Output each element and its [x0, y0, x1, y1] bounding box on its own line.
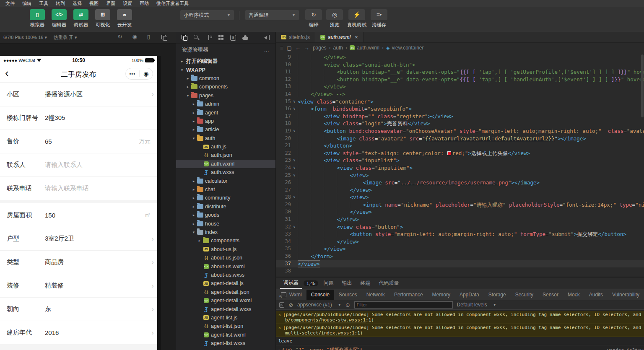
tree-item-article[interactable]: ▸article	[176, 125, 275, 134]
tree-item-calculator[interactable]: ▸calculator	[176, 176, 275, 185]
云开发-toggle-button[interactable]: ∞云开发	[116, 9, 133, 28]
tree-item-house[interactable]: ▸house	[176, 219, 275, 228]
clear-console-icon[interactable]: ⊘	[288, 302, 293, 308]
debug-tab-1,45[interactable]: 1,45	[304, 280, 318, 286]
fold-icon[interactable]: ∨	[291, 127, 298, 135]
form-row-朝向[interactable]: 朝向东›	[0, 297, 157, 321]
tab-siteinfo.js[interactable]: JSsiteinfo.js	[276, 32, 315, 42]
tree-item-about-us.wxml[interactable]: <>about-us.wxml	[176, 262, 275, 270]
tree-item-agent-detail.json[interactable]: {..}agent-detail.json	[176, 288, 275, 296]
windows-icon[interactable]	[160, 34, 169, 42]
hot-reload-toggle[interactable]: 热重载 开 ▾	[50, 34, 80, 41]
预览-button[interactable]: ◎预览	[326, 9, 343, 28]
tree-item-app[interactable]: ▸app	[176, 117, 275, 125]
context-select[interactable]: appservice (#1) ▼	[297, 302, 341, 308]
form-row-建房年代[interactable]: 建房年代2016›	[0, 321, 157, 344]
devtools-tab-Sources[interactable]: Sources	[334, 290, 362, 300]
source-file-link[interactable]: vendor.js?t=w	[607, 347, 643, 350]
tree-item-auth.json[interactable]: {..}auth.json	[176, 151, 275, 159]
form-row-类型[interactable]: 类型商品房›	[0, 250, 157, 274]
back-arrow-icon[interactable]: ←	[295, 45, 301, 51]
expand-icon[interactable]: ▸	[278, 348, 280, 350]
menubar-item-视图[interactable]: 视图	[86, 0, 102, 7]
fold-icon[interactable]: ∨	[291, 164, 298, 172]
phone-icon[interactable]: ▯	[147, 34, 150, 42]
search-icon[interactable]	[192, 34, 201, 42]
menubar-item-文件[interactable]: 文件	[2, 0, 18, 7]
form-row-联系人[interactable]: 联系人请输入联系人	[0, 153, 157, 176]
tree-item-agent-list.wxml[interactable]: <>agent-list.wxml	[176, 331, 275, 339]
menubar-item-工具[interactable]: 工具	[35, 0, 52, 7]
close-icon[interactable]: ×	[355, 34, 358, 40]
source-link[interactable]: multi-select/index.wxss:1	[285, 330, 355, 336]
tree-item-goods[interactable]: ▸goods	[176, 211, 275, 219]
menubar-item-设置[interactable]: 设置	[119, 0, 136, 7]
tree-item-agent-detail.js[interactable]: JSagent-detail.js	[176, 279, 275, 288]
tree-item-agent-list.js[interactable]: JSagent-list.js	[176, 314, 275, 322]
code-editor[interactable]: 9 </view>10 <view class="sunui-auth-btn"…	[276, 53, 644, 277]
record-icon[interactable]: ◉	[132, 34, 137, 42]
form-row-楼栋门牌号[interactable]: 楼栋门牌号2幢305	[0, 106, 157, 130]
tab-auth.wxml[interactable]: <>auth.wxml×	[315, 32, 364, 42]
menubar-item-界面[interactable]: 界面	[102, 0, 119, 7]
more-actions-icon[interactable]: …	[264, 47, 270, 53]
真机调试-button[interactable]: ⚡真机调试	[347, 9, 366, 28]
devtools-tab-Wxml[interactable]: Wxml	[285, 290, 306, 300]
tree-item-agent[interactable]: ▸agent	[176, 108, 275, 117]
explorer-icon[interactable]	[180, 34, 189, 42]
form-row-房屋面积[interactable]: 房屋面积150㎡	[0, 203, 157, 227]
step-icon[interactable]: ▷	[279, 302, 284, 308]
devtools-tab-Memory[interactable]: Memory	[428, 290, 455, 300]
form-row-户型[interactable]: 户型3室2厅2卫›	[0, 227, 157, 250]
menubar-item-微信开发者工具[interactable]: 微信开发者工具	[153, 0, 192, 7]
清缓存-button[interactable]: ≡ ▾清缓存	[371, 9, 387, 28]
compile-select[interactable]: 普通编译 ▼	[245, 10, 299, 20]
tree-item-about-us.js[interactable]: JSabout-us.js	[176, 245, 275, 254]
tree-item-agent-detail.wxml[interactable]: <>agent-detail.wxml	[176, 296, 275, 305]
form-row-装修[interactable]: 装修精装修›	[0, 274, 157, 297]
editor-scrollbar[interactable]	[640, 53, 644, 277]
tree-item-admin[interactable]: ▸admin	[176, 100, 275, 108]
调试器-toggle-button[interactable]: ⇄调试器	[72, 9, 90, 28]
devtools-tab-Mock[interactable]: Mock	[563, 290, 584, 300]
console-filter-input[interactable]	[354, 301, 453, 309]
debug-tab-调试器[interactable]: 调试器	[280, 277, 302, 289]
form-row-售价[interactable]: 售价65万元	[0, 130, 157, 153]
extensions-icon[interactable]	[217, 34, 225, 42]
fold-icon[interactable]: ∨	[291, 194, 298, 201]
fold-icon[interactable]: ∨	[291, 98, 298, 106]
devtools-tab-Performance[interactable]: Performance	[390, 290, 428, 300]
tree-item-about-us.wxss[interactable]: Ʒabout-us.wxss	[176, 271, 275, 279]
devtools-tab-Vulnerability[interactable]: Vulnerability	[608, 290, 644, 300]
tree-item-auth.wxss[interactable]: Ʒauth.wxss	[176, 168, 275, 176]
tree-item-index[interactable]: ▾index	[176, 228, 275, 236]
编辑器-toggle-button[interactable]: </>编辑器	[50, 9, 68, 28]
devtools-tab-Network[interactable]: Network	[362, 290, 390, 300]
bookmark-icon[interactable]: ▢	[287, 45, 292, 51]
form-row-联系电话[interactable]: 联系电话请输入联系电话	[0, 176, 157, 200]
debug-tab-问题[interactable]: 问题	[320, 278, 337, 288]
breadcrumb-item-auth[interactable]: auth	[333, 45, 343, 51]
source-control-icon[interactable]	[205, 34, 213, 42]
tree-item-agent-detail.wxss[interactable]: Ʒagent-detail.wxss	[176, 305, 275, 313]
cloud-icon[interactable]	[241, 34, 249, 42]
log-level-select[interactable]: Default levels ▼	[457, 302, 496, 308]
source-link[interactable]: b/components/house-stw.wxss:1	[285, 317, 366, 323]
more-menu-button[interactable]: •••	[126, 71, 139, 76]
mode-select[interactable]: 小程序模式 ▼	[180, 10, 234, 20]
devtools-tab-Storage[interactable]: Storage	[484, 290, 511, 300]
devtools-tab-Sensor[interactable]: Sensor	[538, 290, 563, 300]
debug-tab-终端[interactable]: 终端	[357, 278, 374, 288]
fold-icon[interactable]: ∨	[291, 157, 298, 164]
tree-item-agent-list.json[interactable]: {..}agent-list.json	[176, 322, 275, 330]
breadcrumb-item-auth.wxml[interactable]: <>auth.wxml	[350, 45, 379, 51]
tree-item-WXAPP[interactable]: ▾WXAPP	[176, 65, 275, 74]
tree-item-components[interactable]: ▸components	[176, 236, 275, 245]
模拟器-toggle-button[interactable]: ▯模拟器	[29, 9, 46, 28]
refresh-icon[interactable]: ↻	[118, 34, 122, 42]
tree-item-agent-list.wxss[interactable]: Ʒagent-list.wxss	[176, 339, 275, 347]
menubar-item-选择[interactable]: 选择	[69, 0, 86, 7]
form-row-小区[interactable]: 小区播播资源小区›	[0, 83, 157, 106]
forward-arrow-icon[interactable]: →	[304, 45, 309, 51]
devtools-tab-Console[interactable]: Console	[306, 290, 334, 300]
